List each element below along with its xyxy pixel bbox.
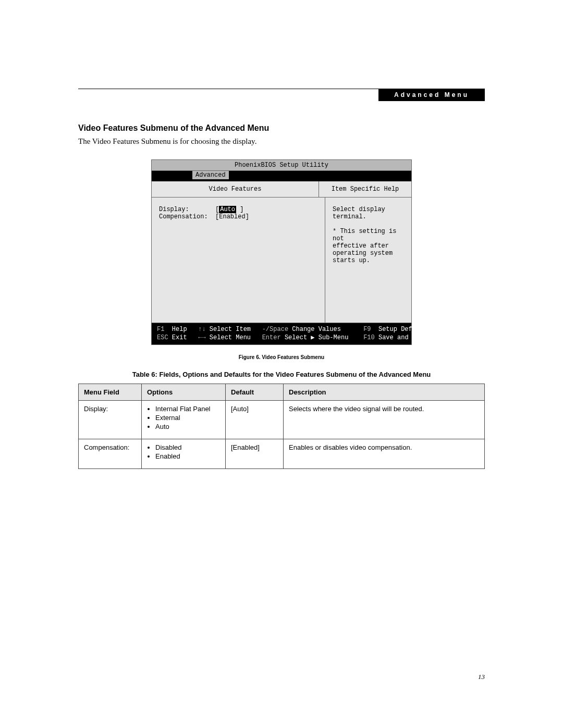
cell-field: Compensation: (79, 439, 142, 469)
cell-options: Disabled Enabled (142, 439, 226, 469)
header-rule: Advanced Menu (78, 89, 485, 101)
option-item: External (155, 414, 220, 422)
table-header-row: Menu Field Options Default Description (79, 384, 485, 401)
th-options: Options (142, 384, 226, 401)
bios-comp-label: Compensation: (159, 213, 208, 220)
bios-key-space: -/Space (262, 326, 288, 333)
bios-active-tab: Advanced (192, 171, 229, 179)
bios-key-enter: Enter (262, 334, 281, 341)
bios-key-space-label: Change Values (292, 326, 341, 333)
section-title: Video Features Submenu of the Advanced M… (78, 124, 485, 133)
bios-key-esc-label: Exit (172, 334, 187, 341)
cell-options: Internal Flat Panel External Auto (142, 401, 226, 439)
header-tab: Advanced Menu (378, 89, 485, 101)
options-table: Menu Field Options Default Description D… (78, 384, 485, 469)
bios-key-f9: F9 (363, 326, 371, 333)
document-page: Advanced Menu Video Features Submenu of … (0, 0, 563, 728)
th-default: Default (226, 384, 284, 401)
bios-screenshot: PhoenixBIOS Setup Utility Advanced Video… (151, 159, 412, 345)
bios-title-bar: PhoenixBIOS Setup Utility (151, 159, 412, 171)
bios-fields-pane: Display: [Auto ] Compensation: [Enabled] (152, 198, 325, 323)
bios-menu-bar: Advanced (151, 171, 412, 181)
bios-key-updown-label: Select Item (210, 326, 251, 333)
cell-default: [Enabled] (226, 439, 284, 469)
cell-description: Selects where the video signal will be r… (284, 401, 485, 439)
section-intro: The Video Features Submenu is for choosi… (78, 137, 485, 146)
bios-help-pane: Select display terminal. * This setting … (325, 198, 411, 323)
th-description: Description (284, 384, 485, 401)
figure-caption: Figure 6. Video Features Submenu (78, 354, 485, 360)
bios-key-updown: ↑↓ (198, 326, 205, 333)
bios-key-lr: ←→ (198, 334, 205, 341)
bios-footer: F1 Help ↑↓ Select Item -/Space Change Va… (151, 323, 412, 345)
bios-left-header: Video Features (152, 181, 319, 197)
option-item: Enabled (155, 452, 220, 460)
table-row: Display: Internal Flat Panel External Au… (79, 401, 485, 439)
bios-key-f1-label: Help (172, 326, 187, 333)
option-item: Auto (155, 423, 220, 430)
th-menu-field: Menu Field (79, 384, 142, 401)
bios-key-esc: ESC (157, 334, 168, 341)
bios-comp-value: [Enabled] (215, 213, 249, 220)
bios-key-lr-label: Select Menu (210, 334, 251, 341)
bios-key-f9-label: Setup Defaults (378, 326, 431, 333)
bios-key-f1: F1 (157, 326, 164, 333)
bios-display-label: Display: (159, 206, 189, 213)
table-caption: Table 6: Fields, Options and Defaults fo… (78, 371, 485, 378)
bios-key-enter-label: Select ▶ Sub-Menu (285, 334, 348, 341)
cell-field: Display: (79, 401, 142, 439)
cell-description: Enables or disables video compensation. (284, 439, 485, 469)
bios-display-value: Auto (219, 206, 236, 213)
bios-key-f10: F10 (363, 334, 375, 341)
page-number: 13 (478, 673, 485, 681)
bios-body: Display: [Auto ] Compensation: [Enabled]… (151, 198, 412, 323)
option-item: Disabled (155, 443, 220, 451)
cell-default: [Auto] (226, 401, 284, 439)
bios-right-header: Item Specific Help (319, 181, 411, 197)
bios-pane-headers: Video Features Item Specific Help (151, 181, 412, 198)
bios-key-f10-label: Save and Exit (378, 334, 427, 341)
table-row: Compensation: Disabled Enabled [Enabled]… (79, 439, 485, 469)
option-item: Internal Flat Panel (155, 405, 220, 413)
